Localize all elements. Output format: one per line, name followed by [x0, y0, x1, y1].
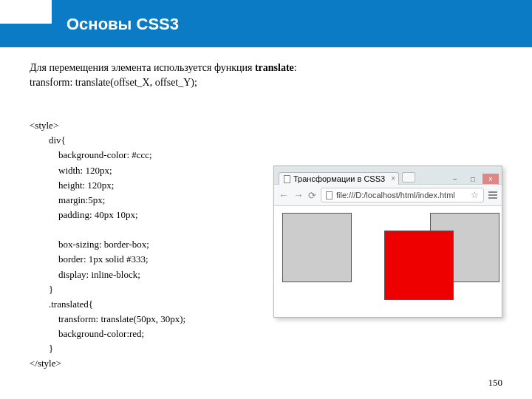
- code-line: background-color:red;: [30, 328, 144, 339]
- code-line: box-sizing: border-box;: [30, 239, 149, 250]
- code-line: border: 1px solid #333;: [30, 253, 149, 265]
- code-line: <style>: [30, 120, 58, 131]
- bookmark-icon[interactable]: ☆: [471, 190, 479, 200]
- code-line: transform: translate(50px, 30px);: [30, 313, 185, 324]
- new-tab-button[interactable]: [402, 172, 415, 183]
- close-tab-icon[interactable]: ×: [391, 174, 395, 183]
- code-line: width: 120px;: [30, 165, 112, 176]
- code-line: .translated{: [30, 299, 93, 310]
- window-minimize-button[interactable]: −: [447, 174, 463, 184]
- browser-viewport: [274, 206, 502, 317]
- menu-icon[interactable]: [488, 191, 497, 199]
- browser-tabstrip: Трансформации в CSS3 × − □ ×: [274, 166, 502, 184]
- slide-title: Основы CSS3: [66, 15, 179, 34]
- window-maximize-button[interactable]: □: [465, 174, 481, 184]
- window-close-button[interactable]: ×: [482, 174, 499, 184]
- square-box: [282, 213, 352, 282]
- square-box-translated: [384, 231, 454, 300]
- browser-tab[interactable]: Трансформации в CSS3 ×: [279, 172, 399, 185]
- slide-content: Для перемещения элемента используется фу…: [0, 47, 532, 399]
- forward-icon[interactable]: →: [293, 189, 304, 201]
- code-line: }: [30, 343, 53, 354]
- browser-window: Трансформации в CSS3 × − □ × ← → ⟳ file:…: [273, 166, 502, 318]
- tab-title: Трансформации в CSS3: [293, 174, 385, 183]
- code-line: div{: [30, 134, 66, 146]
- window-controls: − □ ×: [447, 171, 502, 184]
- intro-line-2: transform: translate(offset_X, offset_Y)…: [30, 77, 502, 89]
- intro-colon: :: [294, 62, 297, 73]
- reload-icon[interactable]: ⟳: [308, 190, 316, 201]
- code-line: display: inline-block;: [30, 269, 140, 280]
- code-line: </style>: [30, 358, 61, 369]
- code-line: padding: 40px 10px;: [30, 209, 138, 220]
- code-line: margin:5px;: [30, 194, 105, 205]
- intro-text: Для перемещения элемента используется фу…: [30, 62, 255, 73]
- code-line: background-color: #ccc;: [30, 149, 152, 160]
- header-notch: [0, 0, 52, 24]
- back-icon[interactable]: ←: [279, 189, 289, 201]
- code-line: }: [30, 284, 53, 295]
- url-text: file:///D:/localhost/html/index.html: [336, 191, 467, 200]
- page-number: 150: [488, 377, 503, 389]
- intro-line-1: Для перемещения элемента используется фу…: [30, 62, 502, 74]
- browser-toolbar: ← → ⟳ file:///D:/localhost/html/index.ht…: [274, 184, 502, 206]
- address-bar[interactable]: file:///D:/localhost/html/index.html ☆: [321, 188, 484, 202]
- file-icon: [326, 191, 332, 200]
- code-line: height: 120px;: [30, 180, 114, 191]
- intro-keyword: translate: [255, 62, 294, 73]
- slide-header: Основы CSS3: [0, 0, 532, 47]
- page-icon: [284, 175, 290, 183]
